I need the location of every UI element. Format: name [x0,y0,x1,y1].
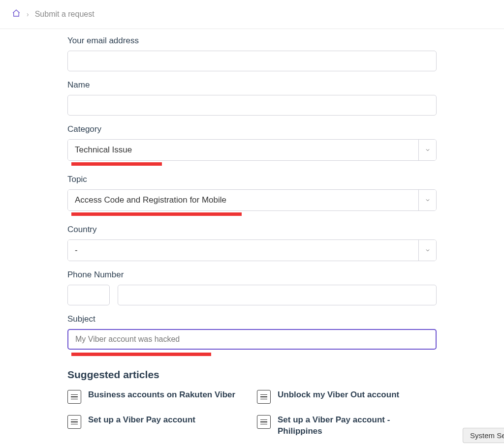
chevron-down-icon [418,190,436,210]
document-icon [67,415,81,429]
annotation-underline [71,353,211,356]
suggested-articles-heading: Suggested articles [67,369,437,381]
country-value: - [68,240,418,261]
article-title: Business accounts on Rakuten Viber [88,389,235,401]
suggested-article[interactable]: Set up a Viber Pay account [67,415,247,437]
phone-number-input[interactable] [118,285,437,305]
phone-country-code-input[interactable] [67,285,110,305]
subject-input[interactable] [67,329,437,350]
chevron-down-icon [418,240,436,261]
subject-label: Subject [67,314,437,324]
category-value: Technical Issue [68,140,418,160]
topic-label: Topic [67,175,437,184]
suggested-article[interactable]: Unblock my Viber Out account [257,389,437,404]
system-settings-button[interactable]: System Se [463,428,504,443]
country-select[interactable]: - [67,239,437,261]
suggested-articles-list: Business accounts on Rakuten Viber Unblo… [67,389,437,437]
document-icon [257,415,271,429]
suggested-article[interactable]: Set up a Viber Pay account - Philippines [257,415,437,437]
email-label: Your email address [67,36,437,46]
chevron-down-icon [418,140,436,160]
chevron-right-icon: › [27,10,29,18]
name-label: Name [67,80,437,90]
document-icon [67,390,81,404]
article-title: Set up a Viber Pay account [88,415,195,426]
annotation-underline [71,212,242,216]
topic-select[interactable]: Access Code and Registration for Mobile [67,189,437,211]
topic-value: Access Code and Registration for Mobile [68,190,418,210]
document-icon [257,390,271,404]
country-label: Country [67,225,437,235]
article-title: Set up a Viber Pay account - Philippines [278,415,437,437]
name-input[interactable] [67,95,437,116]
request-form: Your email address Name Category Technic… [67,29,437,437]
breadcrumb: › Submit a request [0,0,504,29]
article-title: Unblock my Viber Out account [278,389,399,401]
category-label: Category [67,124,437,134]
email-input[interactable] [67,51,437,71]
phone-label: Phone Number [67,270,437,280]
suggested-article[interactable]: Business accounts on Rakuten Viber [67,389,247,404]
home-icon[interactable] [12,9,21,20]
category-select[interactable]: Technical Issue [67,139,437,161]
annotation-underline [71,162,162,166]
breadcrumb-current: Submit a request [35,10,94,19]
